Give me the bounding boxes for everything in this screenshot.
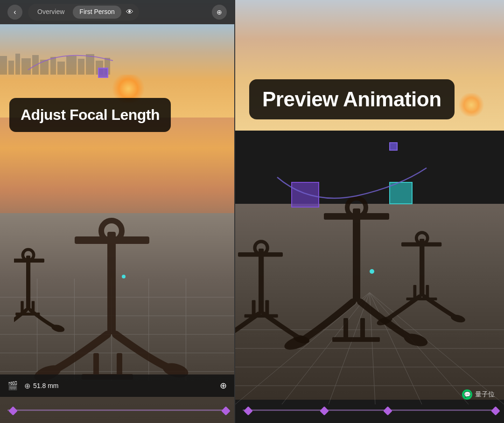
svg-rect-15 [15, 312, 40, 316]
timeline-right[interactable] [243, 403, 497, 416]
watermark-text: 量子位 [475, 390, 495, 399]
focal-length-label: Adjust Focal Length [9, 98, 171, 132]
anchor-right-svg [235, 190, 504, 367]
timeline-track-left[interactable] [7, 409, 227, 411]
svg-rect-8 [26, 256, 30, 310]
svg-rect-6 [117, 353, 122, 376]
svg-rect-64 [265, 300, 269, 315]
svg-rect-56 [360, 318, 365, 339]
tab-overview[interactable]: Overview [31, 6, 71, 19]
timeline-diamond-r-mid2[interactable] [383, 406, 392, 416]
timeline-diamond-start[interactable] [8, 406, 18, 416]
tab-first-person[interactable]: First Person [73, 6, 121, 19]
wechat-icon: 💬 [462, 389, 472, 400]
right-panel: Preview Animation 💬 量子位 [235, 0, 504, 423]
svg-rect-0 [107, 232, 116, 334]
camera-icon: 🎬 [7, 381, 18, 391]
svg-rect-72 [426, 285, 429, 298]
right-scene [235, 0, 504, 423]
svg-rect-18 [15, 54, 20, 75]
svg-rect-71 [413, 285, 417, 298]
timeline-track-right[interactable] [243, 409, 497, 411]
svg-rect-13 [21, 301, 24, 314]
person-button[interactable]: ⊕ [212, 5, 227, 20]
main-container: ‹ Overview First Person 👁 ⊕ Adjust Focal… [0, 0, 504, 423]
teal-dot-left [122, 275, 126, 278]
svg-rect-17 [8, 61, 14, 75]
nav-tabs: Overview First Person 👁 [28, 4, 139, 21]
svg-rect-58 [259, 249, 264, 314]
svg-rect-50 [353, 208, 360, 302]
svg-rect-55 [343, 318, 348, 339]
watermark: 💬 量子位 [462, 389, 495, 400]
timeline-diamond-r-mid1[interactable] [320, 406, 329, 416]
add-keyframe-button[interactable]: ⊕ [220, 381, 227, 391]
left-panel: ‹ Overview First Person 👁 ⊕ Adjust Focal… [0, 0, 235, 423]
svg-rect-65 [245, 314, 278, 318]
svg-rect-66 [420, 239, 425, 297]
animation-path-svg [263, 140, 450, 215]
svg-rect-5 [93, 353, 99, 376]
timeline-left[interactable] [7, 403, 227, 416]
timeline-diamond-r-start[interactable] [244, 406, 253, 416]
svg-rect-63 [252, 300, 256, 315]
waypoint-top-left [98, 68, 108, 78]
eye-icon[interactable]: 👁 [123, 6, 136, 19]
focal-ring-icon: ⊕ [24, 381, 30, 390]
svg-rect-73 [406, 298, 437, 300]
preview-animation-label: Preview Animation [249, 79, 455, 119]
svg-rect-14 [32, 301, 35, 314]
anchor-left-svg [14, 194, 229, 381]
bottom-toolbar: 🎬 ⊕ 51.8 mm ⊕ [0, 374, 234, 397]
sun-glow-right [457, 93, 485, 117]
focal-value: 51.8 mm [33, 382, 58, 389]
svg-rect-57 [332, 337, 380, 342]
svg-rect-16 [0, 56, 7, 75]
back-button[interactable]: ‹ [7, 5, 22, 20]
top-nav: ‹ Overview First Person 👁 ⊕ [0, 0, 234, 24]
left-scene [0, 0, 234, 423]
focal-info: ⊕ 51.8 mm [24, 381, 58, 390]
teal-dot-right [370, 269, 374, 274]
